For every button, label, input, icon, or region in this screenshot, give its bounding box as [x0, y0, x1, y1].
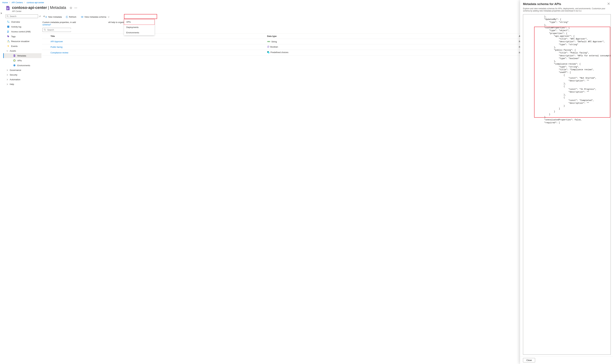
breadcrumb-api-centers[interactable]: API Centers [12, 1, 23, 4]
svg-line-7 [8, 16, 9, 17]
svg-rect-2 [7, 9, 8, 9]
svg-point-5 [77, 8, 77, 8]
nav-tags[interactable]: Tags [0, 34, 41, 39]
string-type-icon: ABC [267, 41, 270, 42]
nav-environments[interactable]: Environments [3, 63, 41, 68]
more-button[interactable] [74, 7, 77, 9]
api-center-resource-icon [5, 5, 10, 11]
schema-help-link[interactable]: schema? [42, 24, 51, 26]
chevron-right-icon: 〉 [24, 1, 26, 4]
nav-search[interactable] [5, 14, 38, 18]
svg-rect-1 [7, 8, 9, 9]
menu-item-deployments[interactable]: Deployments [124, 25, 154, 30]
svg-point-35 [44, 29, 45, 30]
svg-point-9 [9, 21, 9, 22]
svg-point-4 [76, 8, 76, 8]
svg-point-21 [7, 42, 8, 42]
chevron-right-icon [6, 83, 8, 85]
metadata-icon [13, 54, 16, 57]
row-title-link[interactable]: API Approver [51, 40, 63, 43]
svg-line-23 [8, 41, 8, 42]
panel-close-footer-button[interactable]: Close [523, 358, 535, 362]
nav-group-governance[interactable]: Governance [0, 68, 41, 72]
svg-rect-25 [14, 55, 15, 56]
chevron-right-icon [6, 79, 8, 80]
svg-point-10 [7, 22, 8, 23]
chevron-down-icon [108, 16, 109, 18]
row-title-link[interactable]: Compliance review [51, 52, 68, 54]
overview-icon [7, 21, 10, 23]
svg-rect-0 [7, 8, 9, 8]
environments-icon [13, 64, 16, 67]
refresh-button[interactable]: Refresh [64, 15, 78, 19]
page-title: contoso-api-center | Metadata [12, 5, 66, 10]
breadcrumb-home[interactable]: Home [2, 1, 8, 4]
nav-overview[interactable]: Overview [0, 19, 41, 24]
schema-code[interactable]: }, "UpdatedBy": { "type": "string" }, "c… [523, 14, 611, 125]
menu-item-environments[interactable]: Environments [124, 30, 154, 35]
content-search-input[interactable] [47, 29, 74, 31]
expand-handle[interactable] [0, 11, 2, 15]
resource-visualizer-icon [7, 40, 10, 42]
favorite-button[interactable] [69, 6, 72, 10]
nav-search-input[interactable] [10, 15, 37, 17]
page-subtitle: API Center [12, 10, 66, 13]
svg-point-3 [75, 8, 75, 8]
chevron-right-icon: 〉 [9, 1, 11, 4]
boolean-type-icon [267, 46, 269, 48]
nav-group-security[interactable]: Security [0, 72, 41, 77]
chevron-down-icon [6, 50, 8, 52]
search-icon [7, 15, 9, 17]
nav-group-help[interactable]: Help [0, 82, 41, 87]
sort-icon[interactable] [39, 15, 41, 17]
svg-point-34 [82, 17, 82, 17]
nav-group-automation[interactable]: Automation [0, 77, 41, 82]
nav-resource-visualizer[interactable]: Resource visualizer [0, 39, 41, 44]
svg-rect-14 [8, 26, 9, 26]
svg-point-20 [8, 40, 9, 41]
nav-activity-log[interactable]: Activity log [0, 24, 41, 29]
svg-line-36 [45, 30, 46, 31]
content-search[interactable] [42, 28, 71, 32]
new-metadata-button[interactable]: New metadata [43, 15, 64, 19]
nav-apis[interactable]: APIs [3, 58, 41, 63]
svg-point-6 [7, 15, 8, 17]
svg-point-17 [8, 31, 8, 32]
plus-icon [45, 16, 47, 18]
col-data-type[interactable]: Data type [265, 34, 517, 39]
col-title[interactable]: Title [49, 34, 265, 39]
svg-point-22 [9, 42, 9, 42]
schema-code-box: }, "UpdatedBy": { "type": "string" }, "c… [523, 14, 611, 355]
tags-icon [7, 35, 10, 38]
eye-icon [81, 16, 83, 18]
nav-metadata[interactable]: Metadata [3, 53, 41, 58]
left-nav: Overview Activity log Access control (IA… [0, 14, 42, 364]
panel-close-button[interactable] [607, 2, 610, 5]
panel-description: Explore and view metadata schemas for AP… [520, 7, 613, 13]
svg-point-18 [8, 31, 9, 32]
breadcrumb-resource[interactable]: contoso-api-center [27, 1, 44, 4]
search-icon [44, 29, 46, 31]
svg-point-19 [8, 36, 8, 36]
events-icon [7, 45, 10, 47]
access-control-icon [7, 30, 10, 33]
row-title-link[interactable]: Public facing [51, 46, 63, 48]
schema-panel: Metadata schema for APIs Explore and vie… [520, 0, 613, 364]
chevron-right-icon [6, 69, 8, 71]
view-schema-dropdown: APIs Deployments Environments [124, 19, 154, 35]
chevron-right-icon [6, 74, 8, 76]
svg-line-38 [268, 46, 269, 47]
svg-line-24 [8, 41, 9, 42]
nav-access-control[interactable]: Access control (IAM) [0, 29, 41, 34]
view-metadata-schema-button[interactable]: View metadata schema [79, 15, 111, 19]
activity-log-icon [7, 26, 10, 28]
menu-item-apis[interactable]: APIs [124, 19, 155, 25]
choices-type-icon [267, 51, 270, 53]
apis-icon [13, 59, 16, 62]
nav-events[interactable]: Events [0, 44, 41, 49]
refresh-icon [66, 16, 68, 18]
nav-group-assets[interactable]: Assets [0, 49, 41, 53]
svg-rect-40 [268, 52, 269, 53]
panel-title: Metadata schema for APIs [523, 2, 561, 6]
